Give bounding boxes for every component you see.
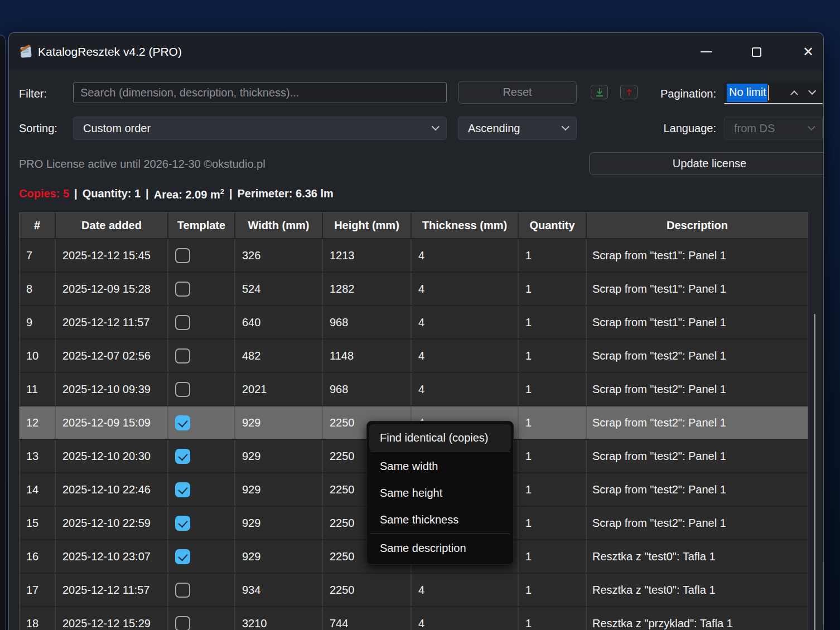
row-description: Scrap from "test2": Panel 1 xyxy=(587,440,808,472)
row-width: 3210 xyxy=(235,607,323,630)
table-row[interactable]: 17 2025-12-12 11:57 934 2250 4 1 Resztka… xyxy=(20,573,808,606)
template-checkbox[interactable] xyxy=(175,282,190,297)
menu-item-same-thickness[interactable]: Same thickness xyxy=(369,506,511,533)
selection-stats: Copies: 5 | Quantity: 1 | Area: 2.09 m2 … xyxy=(19,187,334,201)
row-template-cell xyxy=(168,574,235,606)
row-quantity: 1 xyxy=(519,473,587,506)
table-row[interactable]: 9 2025-12-12 11:57 640 968 4 1 Scrap fro… xyxy=(20,305,808,338)
template-checkbox[interactable] xyxy=(175,449,190,464)
row-description: Scrap from "test2": Panel 1 xyxy=(587,507,808,539)
minimize-button[interactable] xyxy=(693,42,719,61)
template-checkbox[interactable] xyxy=(175,348,190,364)
menu-separator xyxy=(370,452,510,452)
row-height: 968 xyxy=(323,373,412,405)
row-date-added: 2025-12-10 09:39 xyxy=(56,373,168,405)
row-width: 640 xyxy=(235,306,323,338)
row-date-added: 2025-12-10 22:59 xyxy=(56,507,168,539)
minimize-icon xyxy=(701,51,712,52)
menu-item-same-height[interactable]: Same height xyxy=(369,479,511,506)
row-quantity: 1 xyxy=(519,607,587,630)
row-quantity: 1 xyxy=(519,507,587,539)
language-label: Language: xyxy=(634,122,716,135)
template-checkbox[interactable] xyxy=(175,315,190,330)
pagination-spinner[interactable]: No limit xyxy=(724,82,823,104)
row-width: 934 xyxy=(235,574,323,606)
background-window-edge xyxy=(0,35,6,630)
row-template-cell xyxy=(168,373,235,405)
table-row[interactable]: 11 2025-12-10 09:39 2021 968 4 1 Scrap f… xyxy=(20,372,808,405)
row-date-added: 2025-12-12 15:29 xyxy=(56,607,168,630)
template-checkbox[interactable] xyxy=(175,415,190,430)
template-checkbox[interactable] xyxy=(175,516,190,531)
column-header-width[interactable]: Width (mm) xyxy=(235,213,323,238)
column-header-template[interactable]: Template xyxy=(168,213,235,238)
column-header-date-added[interactable]: Date added xyxy=(56,213,168,238)
chevron-down-icon xyxy=(808,123,815,130)
update-license-button[interactable]: Update license xyxy=(589,152,824,175)
row-template-cell xyxy=(168,607,235,630)
row-description: Scrap from "test2": Panel 1 xyxy=(587,406,808,439)
template-checkbox[interactable] xyxy=(175,482,190,497)
row-height: 2250 xyxy=(323,574,412,606)
row-thickness: 4 xyxy=(412,273,519,305)
template-checkbox[interactable] xyxy=(175,382,190,397)
quantity-stat: Quantity: 1 xyxy=(83,187,141,200)
column-header-height[interactable]: Height (mm) xyxy=(323,213,412,238)
row-template-cell xyxy=(168,273,235,305)
direction-dropdown[interactable]: Ascending xyxy=(458,117,577,140)
menu-item-same-description[interactable]: Same description xyxy=(369,535,511,561)
row-width: 2021 xyxy=(235,373,323,405)
table-row[interactable]: 18 2025-12-12 15:29 3210 744 4 1 Resztka… xyxy=(20,606,808,630)
copies-stat: Copies: 5 xyxy=(19,187,69,200)
column-header-thickness[interactable]: Thickness (mm) xyxy=(412,213,519,238)
column-header-quantity[interactable]: Quantity xyxy=(519,213,587,238)
chevron-down-icon xyxy=(562,123,569,130)
template-checkbox[interactable] xyxy=(175,248,190,263)
row-width: 929 xyxy=(235,473,323,506)
row-date-added: 2025-12-10 23:07 xyxy=(56,540,168,573)
row-thickness: 4 xyxy=(412,306,519,338)
row-width: 929 xyxy=(235,507,323,539)
column-header-description[interactable]: Description xyxy=(587,213,808,238)
language-dropdown[interactable]: from DS xyxy=(724,117,823,140)
column-header-num[interactable]: # xyxy=(20,213,56,238)
row-height: 1282 xyxy=(323,273,412,305)
import-button[interactable] xyxy=(591,85,608,99)
search-input[interactable] xyxy=(73,82,447,103)
template-checkbox[interactable] xyxy=(175,583,190,598)
title-bar[interactable]: KatalogResztek v4.2 (PRO) ✕ xyxy=(9,33,823,71)
row-template-cell xyxy=(168,473,235,506)
stat-separator: | xyxy=(146,187,149,200)
menu-separator xyxy=(370,534,510,534)
row-width: 929 xyxy=(235,406,323,439)
table-row[interactable]: 7 2025-12-12 15:45 326 1213 4 1 Scrap fr… xyxy=(20,238,808,272)
menu-item-find-identical[interactable]: Find identical (copies) xyxy=(369,424,511,451)
spinner-down-icon[interactable] xyxy=(808,87,816,95)
row-description: Scrap from "test2": Panel 1 xyxy=(587,473,808,506)
spinner-up-icon[interactable] xyxy=(790,90,798,98)
row-date-added: 2025-12-10 22:46 xyxy=(56,473,168,506)
language-value: from DS xyxy=(734,122,775,135)
maximize-button[interactable] xyxy=(744,42,769,61)
row-description: Scrap from "test1": Panel 1 xyxy=(587,306,808,338)
row-description: Scrap from "test2": Panel 1 xyxy=(587,340,808,372)
direction-value: Ascending xyxy=(468,122,520,135)
row-date-added: 2025-12-10 20:30 xyxy=(56,440,168,472)
table-row[interactable]: 10 2025-12-07 02:56 482 1148 4 1 Scrap f… xyxy=(20,338,808,372)
template-checkbox[interactable] xyxy=(175,549,190,564)
table-row[interactable]: 8 2025-12-09 15:28 524 1282 4 1 Scrap fr… xyxy=(20,272,808,305)
row-quantity: 1 xyxy=(519,373,587,405)
sorting-dropdown[interactable]: Custom order xyxy=(73,117,447,140)
row-thickness: 4 xyxy=(412,373,519,405)
menu-item-same-width[interactable]: Same width xyxy=(369,453,511,479)
close-button[interactable]: ✕ xyxy=(795,42,821,61)
reset-button[interactable]: Reset xyxy=(458,81,577,104)
row-quantity: 1 xyxy=(519,273,587,305)
perimeter-stat: Perimeter: 6.36 lm xyxy=(238,187,334,200)
app-window: KatalogResztek v4.2 (PRO) ✕ Filter: Rese… xyxy=(8,32,824,630)
chevron-down-icon xyxy=(432,123,440,130)
template-checkbox[interactable] xyxy=(175,616,190,630)
sorting-label: Sorting: xyxy=(19,122,57,135)
table-scrollbar[interactable] xyxy=(814,314,815,630)
row-height: 744 xyxy=(323,607,412,630)
